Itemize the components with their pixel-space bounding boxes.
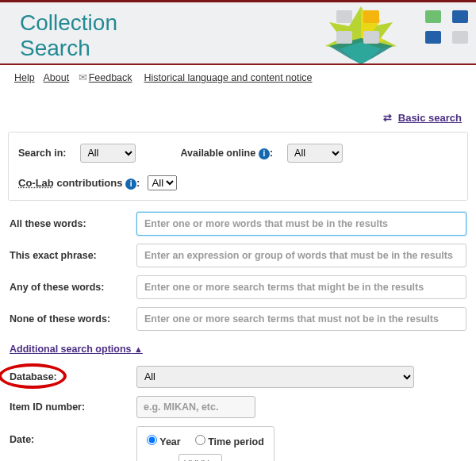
camera-icon [363, 10, 379, 23]
item-id-label: Item ID number: [10, 401, 136, 413]
contributions-text: contributions [56, 177, 122, 189]
document-icon [336, 10, 352, 23]
exact-phrase-input[interactable] [136, 244, 466, 267]
filter-panel: Search in: All Available online i: All C… [8, 132, 468, 201]
year-radio-label: Year [159, 436, 180, 448]
none-words-label: None of these words: [10, 313, 136, 325]
time-period-radio-label: Time period [208, 436, 264, 448]
basic-search-link[interactable]: Basic search [398, 112, 462, 124]
date-label: Date: [10, 426, 136, 445]
envelope-icon: ✉ [79, 72, 87, 83]
database-label: Database: [10, 371, 57, 382]
mode-switch-row: ⇄ Basic search [8, 90, 468, 132]
title-line2: Search [20, 36, 90, 60]
search-in-label: Search in: [18, 148, 66, 159]
info-icon[interactable]: i [125, 179, 136, 190]
all-words-input[interactable] [136, 212, 466, 236]
colab-select[interactable]: All [148, 175, 177, 190]
map-icon [363, 31, 379, 44]
title-line1: Collection [20, 10, 117, 35]
year-input[interactable] [178, 454, 222, 461]
feedback-link[interactable]: Feedback [89, 72, 132, 83]
historical-notice-link[interactable]: Historical language and content notice [144, 72, 313, 83]
colab-link[interactable]: Co-Lab [18, 177, 54, 189]
time-period-radio[interactable] [195, 435, 205, 445]
year-label: Year: [147, 459, 172, 462]
year-radio[interactable] [147, 435, 157, 445]
book-icon [452, 10, 468, 23]
additional-options-toggle[interactable]: Additional search options ▲ [10, 344, 143, 355]
any-words-label: Any of these words: [10, 282, 136, 293]
help-link[interactable]: Help [14, 72, 35, 83]
info-icon[interactable]: i [259, 148, 270, 159]
utility-link-bar: Help About ✉Feedback Historical language… [0, 65, 476, 90]
database-select[interactable]: All [136, 366, 414, 388]
additional-options-label: Additional search options [10, 344, 132, 355]
item-id-input[interactable] [136, 396, 255, 418]
header-icon-row [336, 10, 468, 44]
about-link[interactable]: About [44, 72, 70, 83]
swap-icon: ⇄ [383, 112, 392, 124]
video-icon [425, 31, 441, 44]
available-online-select[interactable]: All [287, 144, 343, 163]
any-words-input[interactable] [136, 275, 466, 299]
all-words-label: All these words: [10, 218, 136, 229]
keywords-panel: All these words: This exact phrase: Any … [8, 201, 468, 461]
speaker-icon [425, 10, 441, 23]
paint-icon [336, 31, 352, 44]
exact-phrase-label: This exact phrase: [10, 250, 136, 261]
none-words-input[interactable] [136, 307, 466, 331]
stamp-icon [452, 31, 468, 44]
available-online-label: Available online [180, 148, 255, 159]
date-box: Year Time period Year: [136, 426, 274, 461]
header-band: Collection Search [0, 0, 476, 63]
chevron-up-icon: ▲ [134, 344, 143, 354]
search-in-select[interactable]: All [80, 144, 136, 163]
